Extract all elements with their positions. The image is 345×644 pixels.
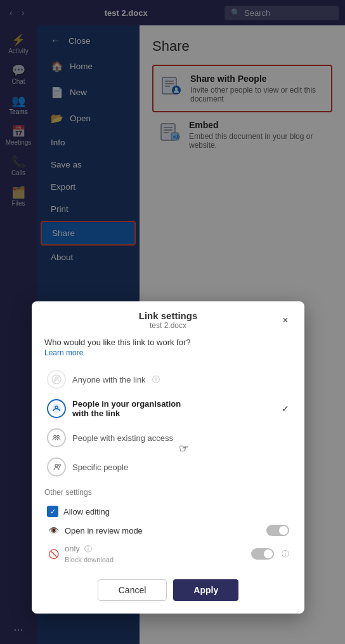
other-settings-title: Other settings xyxy=(44,488,292,497)
review-mode-toggle[interactable] xyxy=(266,525,289,536)
anyone-radio-icon xyxy=(47,370,66,389)
dialog-subtitle: test 2.docx xyxy=(60,321,277,330)
specific-label: Specific people xyxy=(72,463,128,472)
dialog-header: Link settings test 2.docx × xyxy=(32,301,304,332)
dialog-footer: Cancel Apply xyxy=(32,573,304,603)
block-download-toggle[interactable] xyxy=(251,548,274,560)
specific-radio-icon xyxy=(47,457,66,476)
existing-label: People with existing access xyxy=(72,433,173,443)
dialog-question: Who would you like this link to work for… xyxy=(44,338,292,347)
anyone-info-icon: ⓘ xyxy=(152,374,160,385)
dialog-close-button[interactable]: × xyxy=(277,312,294,329)
link-settings-dialog: Link settings test 2.docx × Who would yo… xyxy=(32,301,304,614)
radio-organisation[interactable]: People in your organisationwith the link… xyxy=(44,394,292,423)
svg-point-19 xyxy=(55,464,58,467)
dialog-title: Link settings xyxy=(60,310,277,321)
existing-radio-icon xyxy=(47,428,66,447)
radio-anyone[interactable]: Anyone with the link ⓘ xyxy=(44,365,292,394)
cancel-button[interactable]: Cancel xyxy=(98,579,167,601)
radio-existing[interactable]: People with existing access xyxy=(44,423,292,452)
svg-point-20 xyxy=(59,464,61,466)
allow-editing-label: Allow editing xyxy=(63,507,289,516)
block-download-sublabel: Block download xyxy=(65,556,114,563)
allow-editing-row[interactable]: ✓ Allow editing xyxy=(44,502,292,521)
apply-button[interactable]: Apply xyxy=(173,579,238,601)
organisation-check-icon: ✓ xyxy=(282,404,289,414)
svg-point-18 xyxy=(57,435,60,438)
review-mode-row: 👁️ Open in review mode xyxy=(44,521,292,540)
svg-point-17 xyxy=(54,435,56,438)
anyone-label: Anyone with the link xyxy=(72,375,146,384)
radio-specific[interactable]: Specific people xyxy=(44,452,292,482)
block-download-icon: 🚫 xyxy=(47,549,60,559)
block-download-label: only ⓘ Block download xyxy=(65,544,246,564)
review-mode-label: Open in review mode xyxy=(65,526,261,536)
block-download-info-icon: ⓘ xyxy=(84,544,92,553)
organisation-radio-icon xyxy=(47,399,66,418)
learn-more-link[interactable]: Learn more xyxy=(44,348,292,357)
dialog-body: Who would you like this link to work for… xyxy=(32,332,304,573)
allow-editing-checkbox[interactable]: ✓ xyxy=(47,506,58,517)
block-download-info2-icon: ⓘ xyxy=(282,549,289,560)
dialog-title-block: Link settings test 2.docx xyxy=(60,310,277,330)
block-download-row: 🚫 only ⓘ Block download ⓘ xyxy=(44,540,292,568)
organisation-label: People in your organisationwith the link xyxy=(72,399,181,418)
review-mode-icon: 👁️ xyxy=(47,525,60,536)
